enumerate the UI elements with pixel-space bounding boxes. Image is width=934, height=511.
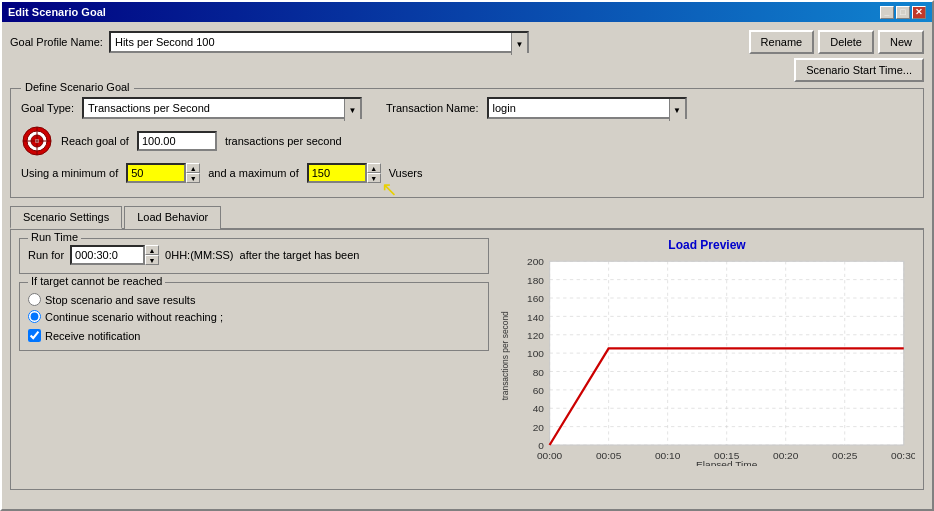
reach-goal-row: Reach goal of transactions per second — [21, 125, 913, 157]
radio-continue[interactable] — [28, 310, 41, 323]
main-window: Edit Scenario Goal _ □ ✕ Goal Profile Na… — [0, 0, 934, 511]
tabs-area: Scenario Settings Load Behavior Run Time… — [10, 206, 924, 490]
right-panel: Load Preview — [499, 238, 915, 481]
run-for-spin-buttons: ▲ ▼ — [145, 245, 159, 265]
min-spin: ▲ ▼ — [126, 163, 200, 183]
svg-text:40: 40 — [533, 404, 545, 415]
run-for-spin-up[interactable]: ▲ — [145, 245, 159, 255]
profile-name-label: Goal Profile Name: — [10, 36, 103, 48]
max-spin: ▲ ▼ — [307, 163, 381, 183]
goal-type-row: Goal Type: Transactions per Second ▼ Tra… — [21, 97, 913, 119]
define-scenario-goal-group: Define Scenario Goal Goal Type: Transact… — [10, 88, 924, 198]
after-label: after the target has been — [240, 249, 360, 261]
svg-text:80: 80 — [533, 367, 545, 378]
load-preview-chart: 200 180 160 140 120 100 80 60 40 20 0 00… — [499, 256, 915, 466]
svg-text:00:20: 00:20 — [773, 450, 799, 461]
profile-dropdown-value: Hits per Second 100 — [115, 36, 233, 48]
min-label: Using a minimum of — [21, 167, 118, 179]
svg-text:00:30: 00:30 — [891, 450, 915, 461]
tab-content: Run Time Run for ▲ ▼ 0HH:(MM:SS) — [10, 230, 924, 490]
max-label: and a maximum of — [208, 167, 298, 179]
radio-continue-label: Continue scenario without reaching ; — [45, 311, 223, 323]
svg-text:200: 200 — [527, 257, 544, 268]
svg-text:00:05: 00:05 — [596, 450, 622, 461]
profile-dropdown[interactable]: Hits per Second 100 ▼ — [109, 31, 529, 53]
radio-stop[interactable] — [28, 293, 41, 306]
svg-text:00:10: 00:10 — [655, 450, 681, 461]
transaction-name-arrow[interactable]: ▼ — [669, 99, 685, 121]
radio-row-1: Stop scenario and save results — [28, 293, 480, 306]
title-bar: Edit Scenario Goal _ □ ✕ — [2, 2, 932, 22]
min-spin-up[interactable]: ▲ — [186, 163, 200, 173]
svg-text:00:00: 00:00 — [537, 450, 563, 461]
close-button[interactable]: ✕ — [912, 6, 926, 19]
max-spin-buttons: ▲ ▼ — [367, 163, 381, 183]
profile-dropdown-arrow[interactable]: ▼ — [511, 33, 527, 55]
svg-text:transactions per second: transactions per second — [500, 311, 510, 400]
min-max-row: Using a minimum of ▲ ▼ and a maximum of … — [21, 163, 913, 183]
svg-text:20: 20 — [533, 422, 545, 433]
if-target-group: If target cannot be reached Stop scenari… — [19, 282, 489, 351]
vusers-label: Vusers — [389, 167, 423, 179]
tabs-container: Scenario Settings Load Behavior — [10, 206, 924, 230]
if-target-title: If target cannot be reached — [28, 275, 165, 287]
checkbox-row: Receive notification — [28, 329, 480, 342]
svg-text:140: 140 — [527, 312, 544, 323]
svg-text:120: 120 — [527, 330, 544, 341]
run-time-group: Run Time Run for ▲ ▼ 0HH:(MM:SS) — [19, 238, 489, 274]
main-content: Goal Profile Name: Hits per Second 100 ▼… — [2, 22, 932, 509]
maximize-button[interactable]: □ — [896, 6, 910, 19]
radio-row-2: Continue scenario without reaching ; — [28, 310, 480, 323]
run-for-input[interactable] — [70, 245, 145, 265]
scenario-start-button[interactable]: Scenario Start Time... — [794, 58, 924, 82]
radio-group: Stop scenario and save results Continue … — [28, 293, 480, 323]
max-spin-down[interactable]: ▼ — [367, 173, 381, 183]
transaction-name-value: login — [493, 102, 534, 114]
svg-text:00:25: 00:25 — [832, 450, 858, 461]
goal-type-arrow[interactable]: ▼ — [344, 99, 360, 121]
reach-goal-label: Reach goal of — [61, 135, 129, 147]
radio-stop-label: Stop scenario and save results — [45, 294, 195, 306]
min-spin-buttons: ▲ ▼ — [186, 163, 200, 183]
goal-type-dropdown[interactable]: Transactions per Second ▼ — [82, 97, 362, 119]
transaction-name-label: Transaction Name: — [386, 102, 479, 114]
svg-text:100: 100 — [527, 349, 544, 360]
transaction-name-dropdown[interactable]: login ▼ — [487, 97, 687, 119]
rename-button[interactable]: Rename — [749, 30, 815, 54]
max-spin-up[interactable]: ▲ — [367, 163, 381, 173]
new-button[interactable]: New — [878, 30, 924, 54]
svg-text:160: 160 — [527, 294, 544, 305]
goal-type-value: Transactions per Second — [88, 102, 228, 114]
delete-button[interactable]: Delete — [818, 30, 874, 54]
window-title: Edit Scenario Goal — [8, 6, 106, 18]
svg-text:60: 60 — [533, 385, 545, 396]
goal-type-label: Goal Type: — [21, 102, 74, 114]
run-time-title: Run Time — [28, 231, 81, 243]
svg-text:180: 180 — [527, 275, 544, 286]
run-time-row: Run for ▲ ▼ 0HH:(MM:SS) after the target… — [28, 245, 480, 265]
tab-scenario-settings[interactable]: Scenario Settings — [10, 206, 122, 229]
target-icon — [21, 125, 53, 157]
min-input[interactable] — [126, 163, 186, 183]
chart-title: Load Preview — [499, 238, 915, 252]
receive-notification-label: Receive notification — [45, 330, 140, 342]
define-goal-title: Define Scenario Goal — [21, 81, 134, 93]
title-bar-buttons: _ □ ✕ — [880, 6, 926, 19]
tab-load-behavior[interactable]: Load Behavior — [124, 206, 221, 229]
left-panel: Run Time Run for ▲ ▼ 0HH:(MM:SS) — [19, 238, 489, 481]
time-format-label: 0HH:(MM:SS) — [165, 249, 233, 261]
run-for-spin-down[interactable]: ▼ — [145, 255, 159, 265]
max-input[interactable] — [307, 163, 367, 183]
scenario-start-row: Scenario Start Time... — [10, 58, 924, 82]
run-for-spin: ▲ ▼ — [70, 245, 159, 265]
svg-text:Elapsed Time: Elapsed Time — [696, 459, 757, 466]
run-for-label: Run for — [28, 249, 64, 261]
receive-notification-checkbox[interactable] — [28, 329, 41, 342]
reach-goal-input[interactable] — [137, 131, 217, 151]
minimize-button[interactable]: _ — [880, 6, 894, 19]
cursor-icon: ↖ — [381, 177, 398, 201]
reach-goal-unit: transactions per second — [225, 135, 342, 147]
min-spin-down[interactable]: ▼ — [186, 173, 200, 183]
